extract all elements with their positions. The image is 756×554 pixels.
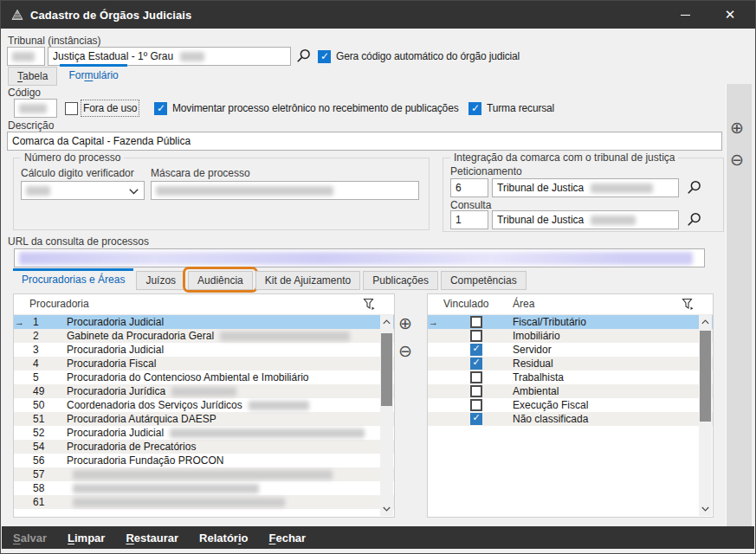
scroll-up-icon[interactable] — [380, 315, 393, 329]
row-number: 5 — [25, 371, 67, 383]
link-area-button[interactable]: ⊕ — [396, 314, 415, 333]
tribunal-label: Tribunal (instâncias) — [8, 35, 101, 47]
table-row[interactable]: Imobiliário — [428, 329, 713, 343]
table-row[interactable]: 5Procuradoria do Contencioso Ambiental e… — [14, 370, 394, 384]
vinculado-checkbox[interactable] — [470, 385, 482, 397]
row-number: 1 — [25, 316, 67, 328]
scroll-down-icon[interactable] — [699, 502, 712, 516]
consulta-search-icon[interactable] — [686, 212, 701, 228]
redacted-text — [26, 186, 50, 196]
table-row[interactable]: 58 — [14, 481, 394, 495]
table-row[interactable]: 51Procuradoria Autárquica DAESP — [14, 412, 394, 426]
vinculado-checkbox[interactable] — [470, 371, 482, 383]
tribunal-name-value: Justiça Estadual - 1º Grau — [53, 50, 173, 62]
close-button[interactable]: ✕ — [711, 1, 749, 29]
consulta-field[interactable]: Tribunal de Justica — [492, 210, 679, 229]
table-row[interactable]: Servidor — [428, 343, 713, 357]
table-row[interactable]: 54Procuradoria de Precatórios — [14, 440, 394, 454]
table-row[interactable]: 52Procuradoria Judicial — [14, 426, 394, 440]
table-row[interactable]: Execução Fiscal — [428, 398, 713, 412]
tab-kit-de-ajuizamento[interactable]: Kit de Ajuizamento — [255, 271, 360, 290]
table-row[interactable]: 56Procuradoria Fundação PROCON — [14, 454, 394, 467]
descricao-field[interactable]: Comarca da Capital - Fazenda Pública — [7, 132, 722, 151]
vinculado-checkbox[interactable] — [470, 316, 482, 328]
table-row[interactable]: →Fiscal/Tributário — [428, 315, 713, 329]
title-bar: Cadastro de Órgãos Judiciais ✕ — [1, 1, 755, 29]
area-name: Residual — [513, 358, 553, 370]
search-icon[interactable] — [295, 48, 311, 64]
auto-code-checkbox[interactable] — [318, 50, 331, 63]
scroll-up-icon[interactable] — [699, 315, 712, 329]
tribunal-code-field[interactable] — [7, 47, 45, 66]
table-row[interactable]: 50Coordenadoria dos Serviços Jurídicos — [14, 398, 394, 412]
tab-competencias[interactable]: Competências — [441, 271, 527, 290]
tribunal-name-field[interactable]: Justiça Estadual - 1º Grau — [48, 47, 291, 66]
vinculado-checkbox[interactable] — [470, 358, 482, 370]
remove-record-button[interactable]: ⊖ — [727, 151, 746, 170]
table-row[interactable]: 49Procuradoria Jurídica — [14, 384, 394, 398]
scroll-down-icon[interactable] — [380, 502, 393, 516]
table-row[interactable]: 4Procuradoria Fiscal — [14, 357, 394, 370]
tab-audiencia[interactable]: Audiência — [188, 271, 253, 290]
codigo-field[interactable] — [14, 99, 57, 118]
filter-icon[interactable] — [363, 298, 375, 311]
scrollbar-thumb[interactable] — [700, 331, 711, 422]
add-record-button[interactable]: ⊕ — [727, 119, 746, 138]
table-row[interactable]: Residual — [428, 357, 713, 370]
vinculado-checkbox[interactable] — [470, 344, 482, 356]
row-number: 54 — [25, 441, 67, 453]
row-number: 49 — [25, 385, 67, 397]
unlink-area-button[interactable]: ⊖ — [396, 342, 415, 361]
scrollbar-thumb[interactable] — [381, 333, 392, 406]
turma-recursal-checkbox[interactable] — [468, 102, 481, 115]
redacted-text — [73, 498, 285, 507]
vinculado-checkbox[interactable] — [470, 413, 482, 425]
limpar-button[interactable]: Limpar — [68, 531, 105, 544]
table-row[interactable]: 3Procuradoria Judicial — [14, 343, 394, 357]
vinculado-checkbox[interactable] — [470, 330, 482, 342]
restaurar-button[interactable]: Restaurar — [126, 531, 178, 544]
redacted-text — [591, 216, 636, 225]
table-row[interactable]: 2Gabinete da Procuradoria Geral — [14, 329, 394, 343]
tab-juizos[interactable]: Juízos — [136, 271, 185, 290]
minimize-button[interactable] — [666, 1, 704, 29]
filter-icon[interactable] — [682, 298, 694, 311]
procuradoria-header[interactable]: Procuradoria — [14, 294, 394, 315]
fora-de-uso-checkbox-row[interactable]: Fora de uso — [65, 100, 137, 117]
fechar-button[interactable]: Fechar — [268, 531, 306, 544]
turma-recursal-checkbox-row[interactable]: Turma recursal — [468, 100, 554, 117]
table-row[interactable]: Ambiental — [428, 384, 713, 398]
mascara-field[interactable] — [151, 181, 419, 200]
relatorio-button[interactable]: Relatório — [199, 531, 248, 544]
movimentar-checkbox[interactable] — [154, 102, 167, 115]
tab-publicacoes[interactable]: Publicações — [363, 271, 438, 290]
main-tab-bar: TabelaFormulário — [8, 64, 130, 86]
peticionamento-search-icon[interactable] — [686, 180, 701, 196]
calculo-digito-select[interactable] — [21, 181, 145, 200]
table-row[interactable]: 57 — [14, 467, 394, 481]
checkbox-cell — [439, 316, 513, 328]
table-row[interactable]: →1Procuradoria Judicial — [14, 315, 394, 329]
auto-code-checkbox-row[interactable]: Gera código automático do órgão judicial — [318, 48, 520, 65]
tab-procuradorias-e-areas[interactable]: Procuradorias e Áreas — [13, 268, 133, 290]
vinculado-checkbox[interactable] — [470, 399, 482, 411]
area-header-label: Área — [513, 298, 534, 310]
areas-scrollbar[interactable] — [699, 315, 712, 516]
tab-tabela[interactable]: Tabela — [8, 67, 57, 86]
row-number: 50 — [25, 399, 67, 411]
area-name: Fiscal/Tributário — [513, 316, 586, 328]
table-row[interactable]: Trabalhista — [428, 370, 713, 384]
consulta-code-field[interactable]: 1 — [450, 210, 488, 229]
procuradoria-scrollbar[interactable] — [380, 315, 393, 516]
areas-header[interactable]: Vinculado Área — [428, 294, 713, 315]
table-row[interactable]: 61 — [14, 495, 394, 509]
fora-de-uso-checkbox[interactable] — [65, 102, 78, 115]
row-number: 4 — [25, 358, 67, 370]
url-field[interactable] — [14, 248, 705, 267]
movimentar-checkbox-row[interactable]: Movimentar processo eletrônico no recebi… — [154, 100, 459, 117]
peticionamento-code-field[interactable]: 6 — [450, 178, 488, 197]
fora-de-uso-label: Fora de uso — [83, 102, 137, 114]
tab-formulario[interactable]: Formulário — [60, 64, 126, 86]
table-row[interactable]: Não classificada — [428, 412, 713, 426]
peticionamento-field[interactable]: Tribunal de Justica — [492, 178, 679, 197]
